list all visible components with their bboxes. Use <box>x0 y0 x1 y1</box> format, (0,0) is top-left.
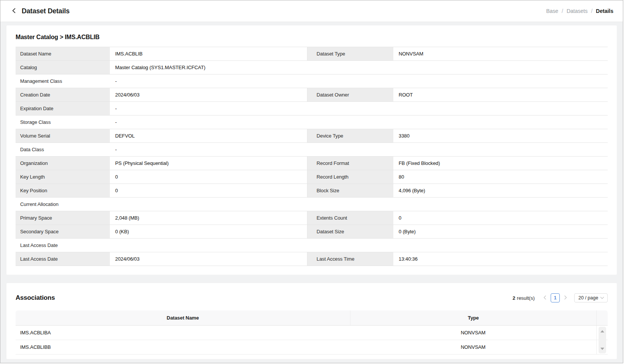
field-value: 80 <box>393 170 608 184</box>
dataset-details-card: Master Catalog > IMS.ACBLIB Dataset Name… <box>6 25 617 275</box>
field-value: FB (Fixed Blocked) <box>393 157 608 170</box>
chevron-left-icon <box>543 295 547 301</box>
field-value: - <box>110 143 608 157</box>
scroll-down-arrow-icon[interactable] <box>600 348 604 350</box>
field-label: Block Size <box>307 184 393 198</box>
section-label: Current Allocation <box>16 198 608 211</box>
field-label: Dataset Owner <box>307 88 393 102</box>
field-label: Storage Class <box>16 116 110 129</box>
field-value: NONVSAM <box>393 47 608 61</box>
dataset-details-table: Dataset Name IMS.ACBLIB Dataset Type NON… <box>16 47 608 266</box>
column-header-dataset-name: Dataset Name <box>16 310 350 325</box>
associations-table: Dataset Name Type IMS.ACBLIBA NONVSAM IM… <box>16 310 608 355</box>
scrollbar-spacer <box>596 310 608 325</box>
result-count-label: result(s) <box>517 295 535 301</box>
field-label: Key Length <box>16 170 110 184</box>
field-label: Record Format <box>307 157 393 170</box>
page-size-select[interactable]: 20 / page <box>574 293 608 302</box>
field-label: Data Class <box>16 143 110 157</box>
dataset-path-title: Master Catalog > IMS.ACBLIB <box>16 34 608 41</box>
chevron-left-icon <box>11 8 17 15</box>
chevron-right-icon <box>564 295 567 301</box>
associations-table-header: Dataset Name Type <box>16 310 608 326</box>
field-label: Last Access Date <box>16 252 110 266</box>
field-value: Master Catalog (SYS1.MASTER.ICFCAT) <box>110 61 608 74</box>
field-label: Dataset Type <box>307 47 393 61</box>
result-count: 2result(s) <box>513 295 535 301</box>
breadcrumb-item-datasets[interactable]: Datasets <box>567 8 588 14</box>
field-label: Dataset Name <box>16 47 110 61</box>
field-value: 4,096 (Byte) <box>393 184 608 198</box>
field-value: 13:40:36 <box>393 252 608 266</box>
field-label: Organization <box>16 157 110 170</box>
back-button[interactable] <box>10 7 18 15</box>
dataset-type-cell: NONVSAM <box>350 340 596 354</box>
field-label: Dataset Size <box>307 225 393 239</box>
field-label: Volume Serial <box>16 129 110 143</box>
field-label: Primary Space <box>16 211 110 225</box>
field-label: Key Position <box>16 184 110 198</box>
field-value: 0 (Byte) <box>393 225 608 239</box>
associations-table-body: IMS.ACBLIBA NONVSAM IMS.ACBLIBB NONVSAM <box>16 326 608 355</box>
dataset-type-cell: NONVSAM <box>350 326 596 340</box>
associations-title: Associations <box>16 294 55 302</box>
table-row: IMS.ACBLIBA NONVSAM <box>16 326 608 340</box>
result-count-number: 2 <box>513 295 515 301</box>
field-label: Record Length <box>307 170 393 184</box>
scroll-up-arrow-icon[interactable] <box>600 330 604 332</box>
prev-page-button[interactable] <box>542 294 548 302</box>
field-value: - <box>110 102 608 116</box>
chevron-down-icon <box>600 295 604 301</box>
page-size-value: 20 / page <box>578 295 598 301</box>
field-value: PS (Physical Sequential) <box>110 157 307 170</box>
dataset-name-cell: IMS.ACBLIBA <box>16 326 350 340</box>
pagination: 2result(s) 1 20 / page <box>513 293 608 302</box>
associations-card: Associations 2result(s) 1 <box>6 283 617 359</box>
field-value: 3380 <box>393 129 608 143</box>
field-label: Last Access Time <box>307 252 393 266</box>
field-label: Secondary Space <box>16 225 110 239</box>
field-value: 2,048 (MB) <box>110 211 307 225</box>
page-header: Dataset Details Base / Datasets / Detail… <box>0 0 623 22</box>
breadcrumb-separator: / <box>562 8 563 14</box>
table-row: IMS.ACBLIBB NONVSAM <box>16 340 608 355</box>
field-value: ROOT <box>393 88 608 102</box>
field-label: Expiration Date <box>16 102 110 116</box>
column-header-type: Type <box>350 310 596 325</box>
dataset-name-cell: IMS.ACBLIBB <box>16 340 350 354</box>
field-label: Extents Count <box>307 211 393 225</box>
field-value: DEFVOL <box>110 129 307 143</box>
next-page-button[interactable] <box>562 294 569 302</box>
field-value: 2024/06/03 <box>110 252 307 266</box>
page-title: Dataset Details <box>22 7 70 15</box>
field-label: Management Class <box>16 74 110 88</box>
field-value: 0 <box>110 184 307 198</box>
field-label: Device Type <box>307 129 393 143</box>
field-value: 0 (KB) <box>110 225 307 239</box>
field-value: IMS.ACBLIB <box>110 47 307 61</box>
app-window: Dataset Details Base / Datasets / Detail… <box>0 0 623 363</box>
field-value: - <box>110 116 608 129</box>
page-button-1[interactable]: 1 <box>551 293 560 302</box>
field-value: 2024/06/03 <box>110 88 307 102</box>
field-value: - <box>110 74 608 88</box>
field-label: Creation Date <box>16 88 110 102</box>
breadcrumb-separator: / <box>591 8 592 14</box>
vertical-scrollbar[interactable] <box>599 327 606 353</box>
breadcrumb-item-details: Details <box>596 8 613 14</box>
field-value: 0 <box>110 170 307 184</box>
breadcrumb: Base / Datasets / Details <box>546 8 613 14</box>
breadcrumb-item-base[interactable]: Base <box>546 8 558 14</box>
page-body: Master Catalog > IMS.ACBLIB Dataset Name… <box>0 22 623 363</box>
section-label: Last Access Date <box>16 239 608 252</box>
associations-header: Associations 2result(s) 1 <box>16 292 608 304</box>
field-value: 0 <box>393 211 608 225</box>
field-label: Catalog <box>16 61 110 74</box>
